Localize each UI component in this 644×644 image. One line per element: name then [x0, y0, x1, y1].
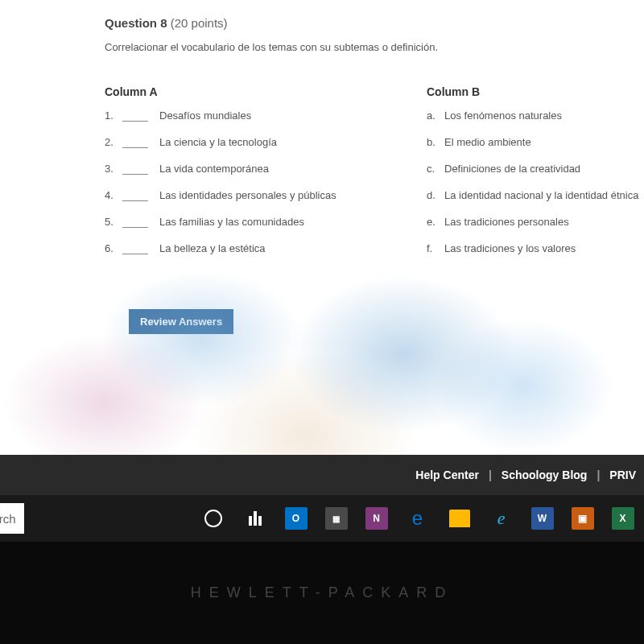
answer-blank[interactable] — [122, 254, 148, 254]
file-explorer-icon[interactable] — [448, 506, 472, 530]
item-text: Las tradiciones personales — [444, 216, 644, 228]
footer-separator: | — [489, 469, 492, 481]
answer-blank[interactable] — [122, 147, 148, 148]
answer-blank[interactable] — [122, 227, 148, 228]
question-points: (20 points) — [171, 16, 228, 30]
item-text: Las identidades personales y públicas — [159, 189, 362, 201]
column-a-header: Column A — [105, 85, 362, 98]
item-number: 6. — [105, 242, 122, 254]
schoology-blog-link[interactable]: Schoology Blog — [502, 469, 588, 481]
column-b-item: f. Las tradiciones y los valores — [427, 242, 644, 254]
item-number: 4. — [105, 189, 122, 201]
answer-blank[interactable] — [122, 121, 148, 122]
item-number: 2. — [105, 136, 122, 148]
cortana-icon[interactable] — [201, 506, 225, 530]
item-text: Definiciones de la creatividad — [444, 163, 644, 175]
laptop-bezel: HEWLETT-PACKARD — [0, 542, 644, 644]
column-a-item: 2. La ciencia y la tecnología — [105, 136, 362, 148]
column-a-item: 3. La vida contemporánea — [105, 163, 362, 175]
outlook-icon[interactable]: O — [285, 507, 308, 530]
question-content: Question 8 (20 points) Correlacionar el … — [0, 0, 644, 455]
answer-blank[interactable] — [122, 200, 148, 201]
column-a: Column A 1. Desafíos mundiales 2. La cie… — [105, 85, 362, 269]
taskview-icon[interactable] — [243, 506, 267, 530]
item-text: Desafíos mundiales — [159, 109, 362, 122]
column-a-item: 5. Las familias y las comunidades — [105, 216, 362, 228]
item-text: El medio ambiente — [444, 136, 644, 148]
item-number: 1. — [105, 109, 122, 122]
item-text: La identidad nacional y la identidad étn… — [444, 189, 644, 201]
edge-icon[interactable]: e — [406, 506, 430, 530]
column-b-item: e. Las tradiciones personales — [427, 216, 644, 228]
item-text: Los fenómenos naturales — [444, 109, 644, 122]
calculator-icon[interactable]: ▦ — [325, 507, 348, 530]
column-b: Column B a. Los fenómenos naturales b. E… — [427, 85, 644, 269]
column-a-item: 6. La belleza y la estética — [105, 242, 362, 254]
footer-separator: | — [597, 469, 600, 481]
column-b-item: a. Los fenómenos naturales — [427, 109, 644, 122]
taskbar-search-input[interactable]: earch — [0, 503, 24, 534]
privacy-link[interactable]: PRIV — [609, 469, 636, 481]
matching-columns: Column A 1. Desafíos mundiales 2. La cie… — [105, 85, 644, 269]
question-prompt: Correlacionar el vocabulario de los tema… — [105, 41, 644, 53]
item-number: 3. — [105, 163, 122, 175]
windows-taskbar: earch O ▦ N e e W ▣ X P — [0, 495, 644, 542]
word-icon[interactable]: W — [531, 507, 554, 530]
excel-icon[interactable]: X — [612, 507, 634, 530]
item-text: Las familias y las comunidades — [159, 216, 362, 228]
column-a-item: 4. Las identidades personales y públicas — [105, 189, 362, 201]
item-text: Las tradiciones y los valores — [444, 242, 644, 254]
item-text: La ciencia y la tecnología — [159, 136, 362, 148]
column-b-item: b. El medio ambiente — [427, 136, 644, 148]
screen-moire-pattern — [0, 274, 644, 455]
taskbar-icons: O ▦ N e e W ▣ X P — [201, 506, 644, 530]
column-b-item: d. La identidad nacional y la identidad … — [427, 189, 644, 201]
laptop-brand-text: HEWLETT-PACKARD — [191, 584, 454, 601]
column-a-item: 1. Desafíos mundiales — [105, 109, 362, 122]
help-center-link[interactable]: Help Center — [415, 469, 479, 481]
item-letter: a. — [427, 109, 444, 122]
question-title: Question 8 — [105, 16, 167, 30]
item-letter: b. — [427, 136, 444, 148]
item-letter: e. — [427, 216, 444, 228]
item-text: La vida contemporánea — [159, 163, 362, 175]
answer-blank[interactable] — [122, 174, 148, 175]
item-letter: f. — [427, 242, 444, 254]
package-icon[interactable]: ▣ — [572, 507, 594, 530]
item-letter: d. — [427, 189, 444, 201]
item-number: 5. — [105, 216, 122, 228]
question-header: Question 8 (20 points) — [105, 16, 644, 30]
column-b-header: Column B — [427, 85, 644, 98]
internet-explorer-icon[interactable]: e — [489, 506, 514, 530]
onenote-icon[interactable]: N — [365, 507, 388, 530]
item-text: La belleza y la estética — [159, 242, 362, 254]
item-letter: c. — [427, 163, 444, 175]
column-b-item: c. Definiciones de la creatividad — [427, 163, 644, 175]
page-footer: Help Center | Schoology Blog | PRIV — [0, 455, 644, 495]
review-answers-button[interactable]: Review Answers — [129, 309, 233, 334]
